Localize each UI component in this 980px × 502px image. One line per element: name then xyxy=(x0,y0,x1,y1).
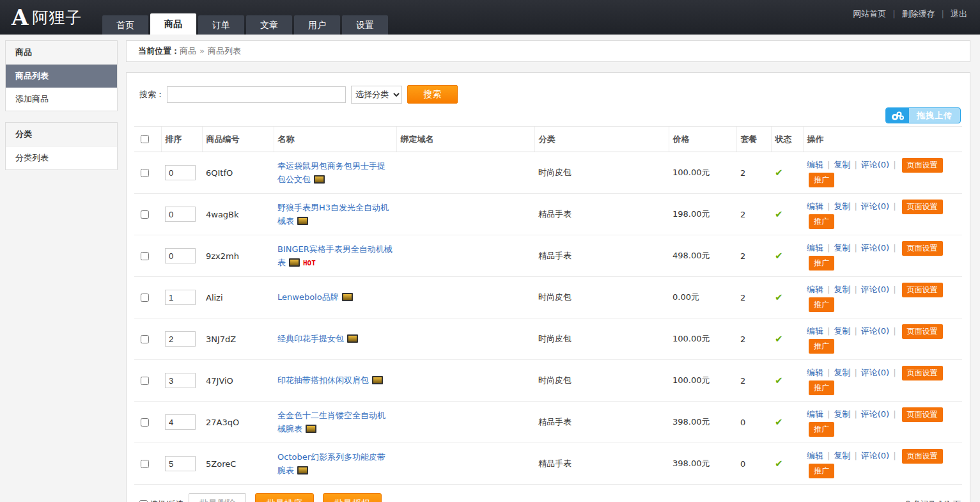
page-setup-button[interactable]: 页面设置 xyxy=(902,283,943,297)
nav-tab-users[interactable]: 用户 xyxy=(294,15,340,35)
op-separator: | xyxy=(893,368,896,377)
copy-link[interactable]: 复制 xyxy=(834,326,850,336)
edit-link[interactable]: 编辑 xyxy=(807,368,823,377)
sidebar-item-add-product[interactable]: 添加商品 xyxy=(6,88,117,111)
copy-link[interactable]: 复制 xyxy=(834,368,850,377)
edit-link[interactable]: 编辑 xyxy=(807,160,823,169)
sort-input[interactable] xyxy=(165,165,196,180)
edit-link[interactable]: 编辑 xyxy=(807,409,823,419)
copy-link[interactable]: 复制 xyxy=(834,451,850,460)
table-header-row: 排序 商品编号 名称 绑定域名 分类 价格 套餐 状态 操作 xyxy=(134,127,962,152)
product-category: 时尚皮包 xyxy=(538,334,572,343)
drag-upload-button[interactable]: 拖拽上传 xyxy=(885,107,961,123)
page-setup-button[interactable]: 页面设置 xyxy=(902,158,943,173)
row-checkbox[interactable] xyxy=(141,252,149,260)
sort-input[interactable] xyxy=(165,456,196,471)
sort-input[interactable] xyxy=(165,248,196,263)
edit-link[interactable]: 编辑 xyxy=(807,285,823,294)
product-package: 2 xyxy=(740,210,745,219)
comments-link[interactable]: 评论(0) xyxy=(861,243,889,253)
nav-tab-articles[interactable]: 文章 xyxy=(246,15,292,35)
comments-link[interactable]: 评论(0) xyxy=(861,326,889,336)
comments-link[interactable]: 评论(0) xyxy=(861,201,889,211)
promote-button[interactable]: 推广 xyxy=(809,422,834,437)
nav-tab-products[interactable]: 商品 xyxy=(150,13,196,35)
page-setup-button[interactable]: 页面设置 xyxy=(902,241,943,256)
batch-auth-button[interactable]: 批量授权 xyxy=(323,493,382,502)
promote-button[interactable]: 推广 xyxy=(809,339,834,354)
product-table-body: 6QItfO 幸运袋鼠男包商务包男士手提包公文包 时尚皮包 100.00元 2 … xyxy=(134,152,962,485)
page-setup-button[interactable]: 页面设置 xyxy=(902,449,943,464)
status-check-icon: ✔ xyxy=(775,333,783,345)
select-all-header-checkbox[interactable] xyxy=(141,135,149,143)
op-separator: | xyxy=(893,326,896,336)
comments-link[interactable]: 评论(0) xyxy=(861,409,889,419)
product-code: 5ZoreC xyxy=(206,459,236,469)
category-select[interactable]: 选择分类 xyxy=(351,86,402,104)
product-category: 时尚皮包 xyxy=(538,168,572,177)
app-logo[interactable]: A 阿狸子 xyxy=(12,5,82,29)
page-setup-button[interactable]: 页面设置 xyxy=(902,407,943,422)
sort-input[interactable] xyxy=(165,331,196,347)
op-separator: | xyxy=(827,160,830,169)
nav-tab-settings[interactable]: 设置 xyxy=(342,15,388,35)
comments-link[interactable]: 评论(0) xyxy=(861,285,889,294)
row-checkbox[interactable] xyxy=(141,460,149,468)
site-home-link[interactable]: 网站首页 xyxy=(853,9,886,19)
sort-input[interactable] xyxy=(165,207,196,222)
copy-link[interactable]: 复制 xyxy=(834,285,850,294)
breadcrumb: 当前位置：商品»商品列表 xyxy=(126,40,970,62)
sort-input[interactable] xyxy=(165,373,196,388)
nav-tab-orders[interactable]: 订单 xyxy=(198,15,244,35)
product-name-link[interactable]: 野狼手表男H3自发光全自动机械表 xyxy=(277,203,389,226)
sort-input[interactable] xyxy=(165,414,196,430)
row-checkbox[interactable] xyxy=(141,335,149,343)
product-name-link[interactable]: October幻影系列多功能皮带腕表 xyxy=(277,452,385,475)
comments-link[interactable]: 评论(0) xyxy=(861,160,889,169)
copy-link[interactable]: 复制 xyxy=(834,201,850,211)
batch-sort-button[interactable]: 批量排序 xyxy=(255,493,314,502)
sidebar-item-category-list[interactable]: 分类列表 xyxy=(6,146,117,169)
promote-button[interactable]: 推广 xyxy=(809,173,834,187)
search-bar: 搜索： 选择分类 搜索 xyxy=(134,73,962,111)
batch-delete-button[interactable]: 批量删除 xyxy=(189,493,246,502)
promote-button[interactable]: 推广 xyxy=(809,256,834,271)
logout-link[interactable]: 退出 xyxy=(951,9,967,19)
page-setup-button[interactable]: 页面设置 xyxy=(902,200,943,214)
row-checkbox[interactable] xyxy=(141,377,149,385)
edit-link[interactable]: 编辑 xyxy=(807,201,823,211)
search-button[interactable]: 搜索 xyxy=(407,85,458,104)
breadcrumb-parent[interactable]: 商品 xyxy=(180,46,196,56)
clear-cache-link[interactable]: 删除缓存 xyxy=(902,9,935,19)
promote-button[interactable]: 推广 xyxy=(809,297,834,312)
edit-link[interactable]: 编辑 xyxy=(807,326,823,336)
promote-button[interactable]: 推广 xyxy=(809,380,834,395)
product-name-link[interactable]: 全金色十二生肖镂空全自动机械腕表 xyxy=(277,411,385,434)
product-name-link[interactable]: 幸运袋鼠男包商务包男士手提包公文包 xyxy=(277,161,385,184)
promote-button[interactable]: 推广 xyxy=(809,214,834,229)
product-name-link[interactable]: Lenwebolo品牌 xyxy=(277,292,339,302)
product-name-link[interactable]: 印花抽带搭扣休闲双肩包 xyxy=(277,375,369,385)
copy-link[interactable]: 复制 xyxy=(834,243,850,253)
table-row: 3NJ7dZ 经典印花手提女包 时尚皮包 100.00元 2 ✔ 编辑|复制|评… xyxy=(134,318,962,360)
row-checkbox[interactable] xyxy=(141,169,149,177)
nav-tab-home[interactable]: 首页 xyxy=(102,15,148,35)
edit-link[interactable]: 编辑 xyxy=(807,243,823,253)
page-setup-button[interactable]: 页面设置 xyxy=(902,324,943,339)
edit-link[interactable]: 编辑 xyxy=(807,451,823,460)
sort-input[interactable] xyxy=(165,290,196,305)
comments-link[interactable]: 评论(0) xyxy=(861,451,889,460)
sidebar-item-product-list[interactable]: 商品列表 xyxy=(6,65,117,88)
row-checkbox[interactable] xyxy=(141,418,149,427)
select-all-checkbox[interactable] xyxy=(139,500,148,502)
row-checkbox[interactable] xyxy=(141,210,149,219)
comments-link[interactable]: 评论(0) xyxy=(861,368,889,377)
promote-button[interactable]: 推广 xyxy=(809,464,834,478)
product-name-link[interactable]: 经典印花手提女包 xyxy=(277,334,344,343)
copy-link[interactable]: 复制 xyxy=(834,409,850,419)
page-setup-button[interactable]: 页面设置 xyxy=(902,366,943,380)
select-all-toggle[interactable]: 选择/反选 xyxy=(139,499,183,502)
copy-link[interactable]: 复制 xyxy=(834,160,850,169)
search-input[interactable] xyxy=(167,86,346,103)
row-checkbox[interactable] xyxy=(141,294,149,302)
